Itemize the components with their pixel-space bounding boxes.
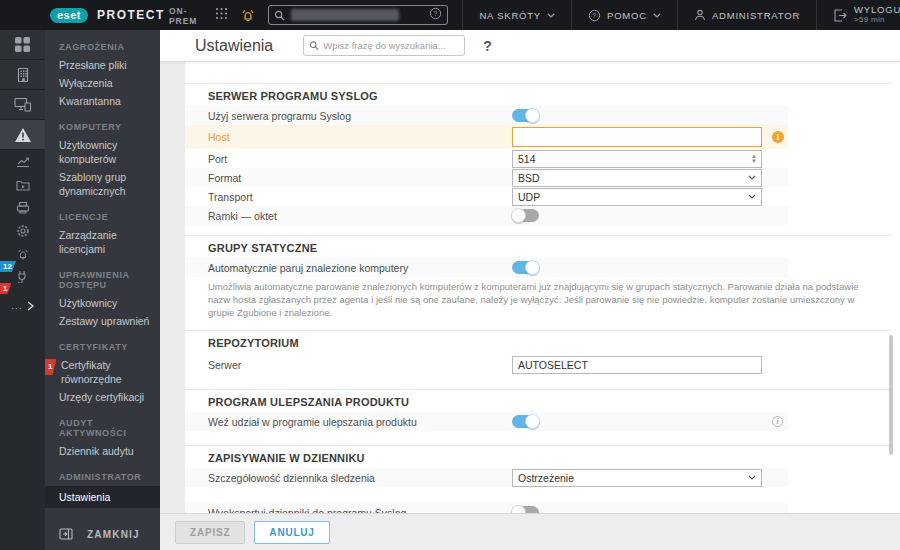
format-select[interactable]: BSD (512, 169, 762, 187)
info-icon: i (772, 416, 783, 427)
use-syslog-label: Użyj serwera programu Syslog (185, 110, 351, 122)
host-label: Host (185, 131, 230, 143)
plug-icon (16, 270, 29, 283)
chevron-down-icon (653, 13, 661, 18)
sidebar-submenu: ZAGROŻENIA Przesłane pliki Wyłączenia Kw… (45, 30, 160, 550)
trace-verbosity-select[interactable]: Ostrzeżenie (512, 469, 762, 487)
sidebar-item-tasks[interactable] (0, 173, 45, 196)
global-search-input[interactable]: ? (268, 5, 448, 25)
svg-text:?: ? (592, 11, 597, 18)
auto-pair-label: Automatycznie paruj znalezione komputery (185, 262, 408, 274)
repo-server-input[interactable] (512, 356, 762, 374)
main-area: Ustawienia ? SERWER PROGRAMU SYSLOG Użyj… (160, 30, 900, 550)
dashboard-icon (14, 36, 31, 53)
scrollbar-thumb[interactable] (889, 335, 893, 455)
sidebar-item-installers[interactable] (0, 196, 45, 219)
sidebar-item-quarantine[interactable]: Kwarantanna (45, 92, 160, 110)
port-field: ▲▼ (512, 150, 762, 168)
octet-framing-toggle[interactable] (512, 209, 539, 222)
row-octet-framing: Ramki — oktet (185, 206, 788, 225)
search-redacted-text (291, 9, 399, 21)
page-header: Ustawienia ? (160, 30, 900, 62)
cancel-button[interactable]: ANULUJ (254, 521, 329, 544)
building-icon (15, 67, 31, 83)
export-syslog-toggle[interactable] (512, 506, 539, 513)
sidebar-item-policies[interactable] (0, 219, 45, 242)
logout-button[interactable]: WYLOGUJ >59 min (816, 0, 900, 30)
warning-triangle-icon (14, 127, 32, 143)
port-stepper[interactable]: ▲▼ (747, 154, 761, 164)
shortcuts-menu[interactable]: NA SKRÓTY (462, 0, 571, 30)
settings-search[interactable] (303, 35, 465, 56)
session-timer: >59 min (854, 15, 900, 25)
user-label: ADMINISTRATOR (712, 10, 800, 21)
use-syslog-toggle[interactable] (512, 109, 539, 122)
section-title-syslog: SERWER PROGRAMU SYSLOG (185, 84, 900, 106)
shortcuts-label: NA SKRÓTY (479, 10, 541, 21)
chart-icon (16, 155, 30, 168)
sidebar-item-dynamic-group-templates[interactable]: Szablony grup dynamicznych (45, 168, 153, 200)
sidebar-item-certification-authorities[interactable]: Urzędy certyfikacji (45, 388, 160, 406)
page-title: Ustawienia (195, 37, 273, 55)
sidebar-item-audit-log[interactable]: Dziennik audytu (45, 442, 160, 460)
installer-box-icon (16, 201, 30, 214)
sidebar-item-organization[interactable] (0, 60, 45, 90)
page-help-button[interactable]: ? (483, 38, 492, 54)
sidebar-item-peer-certificates[interactable]: 1 Certyfikaty równorzędne (45, 356, 160, 388)
row-format: Format BSD (185, 168, 788, 187)
left-gutter (160, 62, 185, 513)
sidebar-item-users[interactable]: Użytkownicy (45, 294, 160, 312)
sidebar-item-computer-users[interactable]: Użytkownicy komputerów (45, 136, 160, 168)
row-transport: Transport UDP (185, 187, 788, 206)
host-input[interactable] (512, 127, 762, 147)
sidebar-item-computers[interactable] (0, 90, 45, 120)
help-label: POMOC (607, 10, 647, 21)
search-icon (274, 10, 285, 21)
gear-icon (16, 224, 30, 238)
sidebar-item-detections[interactable] (0, 120, 45, 150)
row-use-syslog: Użyj serwera programu Syslog (185, 106, 788, 125)
section-title-repository: REPOZYTORIUM (185, 331, 900, 353)
section-title-static-groups: GRUPY STATYCZNE (185, 236, 900, 258)
chevron-right-icon (27, 301, 34, 311)
improvement-program-label: Weź udział w programie ulepszania produk… (185, 416, 417, 428)
sidebar-item-license-management[interactable]: Zarządzanie licencjami (45, 226, 160, 258)
user-menu[interactable]: ADMINISTRATOR (677, 0, 816, 30)
repo-server-label: Serwer (185, 359, 241, 371)
submenu-header-computers: KOMPUTERY (45, 122, 160, 136)
eset-logo: eset (50, 8, 88, 23)
auto-pair-toggle[interactable] (512, 261, 539, 274)
sidebar-item-reports[interactable] (0, 150, 45, 173)
sidebar-item-submitted-files[interactable]: Przesłane pliki (45, 56, 160, 74)
port-input[interactable] (513, 153, 747, 165)
collapse-sidebar-button[interactable]: ZAMKNIJ (59, 528, 140, 540)
transport-select[interactable]: UDP (512, 188, 762, 206)
sidebar-item-settings[interactable]: Ustawienia (45, 486, 160, 508)
svg-text:?: ? (434, 10, 438, 17)
row-trace-verbosity: Szczegółowość dziennika śledzenia Ostrze… (185, 468, 788, 487)
sidebar-item-permission-sets[interactable]: Zestawy uprawnień (45, 312, 160, 330)
transport-select-value: UDP (518, 191, 540, 203)
save-button[interactable]: ZAPISZ (175, 521, 245, 544)
peer-cert-badge: 1 (45, 359, 56, 375)
host-warning-icon: ! (772, 131, 784, 143)
footer-bar: ZAPISZ ANULUJ (160, 513, 900, 550)
search-help-icon[interactable]: ? (429, 6, 442, 24)
sidebar-item-dashboard[interactable] (0, 30, 45, 60)
help-menu[interactable]: ? POMOC (571, 0, 677, 30)
settings-panel: SERWER PROGRAMU SYSLOG Użyj serwera prog… (185, 62, 900, 513)
collapse-icon (59, 528, 73, 540)
settings-search-input[interactable] (323, 40, 459, 51)
sidebar-item-more[interactable]: ... (0, 294, 45, 318)
row-repo-server: Serwer (185, 353, 788, 377)
transport-label: Transport (185, 191, 253, 203)
notification-bell-icon[interactable] (228, 0, 268, 30)
section-title-improvement-program: PROGRAM ULEPSZANIA PRODUKTU (185, 390, 900, 412)
improvement-program-toggle[interactable] (512, 415, 539, 428)
sidebar-item-exclusions[interactable]: Wyłączenia (45, 74, 160, 92)
submenu-header-licenses: LICENCJE (45, 212, 160, 226)
app-grid-icon[interactable] (215, 6, 228, 24)
section-title-logging: ZAPISYWANIE W DZIENNIKU (185, 446, 900, 468)
trace-verbosity-label: Szczegółowość dziennika śledzenia (185, 472, 375, 484)
submenu-header-certificates: CERTYFIKATY (45, 342, 160, 356)
